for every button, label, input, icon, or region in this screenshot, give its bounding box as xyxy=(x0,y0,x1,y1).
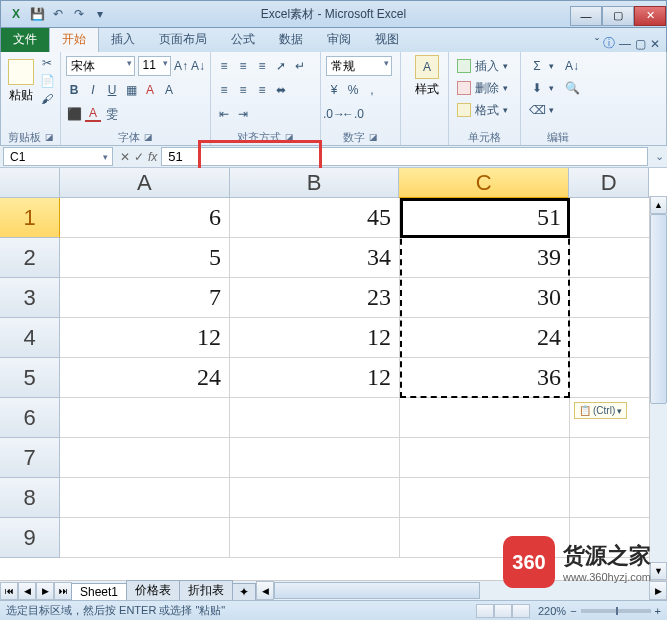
paste-options-button[interactable]: 📋 (Ctrl) ▾ xyxy=(574,402,627,419)
align-middle-icon[interactable]: ≡ xyxy=(235,58,251,74)
cell-styles-button[interactable]: A 样式 xyxy=(406,55,448,98)
align-center-icon[interactable]: ≡ xyxy=(235,82,251,98)
cut-icon[interactable]: ✂ xyxy=(39,55,55,71)
hscroll-thumb[interactable] xyxy=(274,582,480,599)
qat-menu-icon[interactable]: ▾ xyxy=(91,5,109,23)
cell-D4[interactable] xyxy=(570,318,650,358)
formula-input[interactable]: 51 xyxy=(161,147,648,166)
align-left-icon[interactable]: ≡ xyxy=(216,82,232,98)
cancel-formula-icon[interactable]: ✕ xyxy=(120,150,130,164)
cell-D3[interactable] xyxy=(570,278,650,318)
cell-C6[interactable] xyxy=(400,398,570,438)
zoom-in-button[interactable]: + xyxy=(655,605,661,617)
cell-C2[interactable]: 39 xyxy=(400,238,570,278)
mdi-close-icon[interactable]: ✕ xyxy=(650,37,660,51)
delete-cells-button[interactable]: 删除▾ xyxy=(454,77,515,99)
next-sheet-button[interactable]: ▶ xyxy=(36,582,54,600)
decrease-indent-icon[interactable]: ⇤ xyxy=(216,106,232,122)
cell-A5[interactable]: 24 xyxy=(60,358,230,398)
expand-formula-icon[interactable]: ⌄ xyxy=(651,146,667,167)
fill-button[interactable]: ⬇▾🔍 xyxy=(526,77,590,99)
select-all-corner[interactable] xyxy=(0,168,60,198)
increase-decimal-icon[interactable]: .0→ xyxy=(326,106,342,122)
clipboard-dialog-icon[interactable]: ◪ xyxy=(45,132,54,142)
row-header-7[interactable]: 7 xyxy=(0,438,60,478)
first-sheet-button[interactable]: ⏮ xyxy=(0,582,18,600)
maximize-button[interactable]: ▢ xyxy=(602,6,634,26)
vscroll-thumb[interactable] xyxy=(650,214,667,404)
cell-C8[interactable] xyxy=(400,478,570,518)
cell-A8[interactable] xyxy=(60,478,230,518)
phonetic-icon[interactable]: 雯 xyxy=(104,106,120,122)
help-icon[interactable]: ⓘ xyxy=(603,35,615,52)
row-header-9[interactable]: 9 xyxy=(0,518,60,558)
cell-C3[interactable]: 30 xyxy=(400,278,570,318)
number-format-combo[interactable]: 常规 xyxy=(326,56,392,76)
tab-page-layout[interactable]: 页面布局 xyxy=(147,27,219,52)
cell-C1[interactable]: 51 xyxy=(400,198,570,238)
percent-icon[interactable]: % xyxy=(345,82,361,98)
align-bottom-icon[interactable]: ≡ xyxy=(254,58,270,74)
scroll-left-button[interactable]: ◀ xyxy=(256,581,274,600)
align-right-icon[interactable]: ≡ xyxy=(254,82,270,98)
cell-C4[interactable]: 24 xyxy=(400,318,570,358)
undo-icon[interactable]: ↶ xyxy=(49,5,67,23)
page-break-view-button[interactable] xyxy=(512,604,530,618)
file-tab[interactable]: 文件 xyxy=(1,27,49,52)
tab-view[interactable]: 视图 xyxy=(363,27,411,52)
align-top-icon[interactable]: ≡ xyxy=(216,58,232,74)
row-header-2[interactable]: 2 xyxy=(0,238,60,278)
row-header-5[interactable]: 5 xyxy=(0,358,60,398)
normal-view-button[interactable] xyxy=(476,604,494,618)
save-icon[interactable]: 💾 xyxy=(28,5,46,23)
cell-A7[interactable] xyxy=(60,438,230,478)
enter-formula-icon[interactable]: ✓ xyxy=(134,150,144,164)
fill-color-icon[interactable]: ⬛ xyxy=(66,106,82,122)
name-box[interactable]: C1 xyxy=(3,147,113,166)
autosum-button[interactable]: Σ▾A↓ xyxy=(526,55,590,77)
close-button[interactable]: ✕ xyxy=(634,6,666,26)
redo-icon[interactable]: ↷ xyxy=(70,5,88,23)
cell-A3[interactable]: 7 xyxy=(60,278,230,318)
font-shrink-icon[interactable]: A xyxy=(161,82,177,98)
bold-icon[interactable]: B xyxy=(66,82,82,98)
row-header-8[interactable]: 8 xyxy=(0,478,60,518)
format-painter-icon[interactable]: 🖌 xyxy=(39,91,55,107)
cell-D1[interactable] xyxy=(570,198,650,238)
font-grow-icon[interactable]: A xyxy=(142,82,158,98)
cell-B4[interactable]: 12 xyxy=(230,318,400,358)
cell-B5[interactable]: 12 xyxy=(230,358,400,398)
sheet-tab-2[interactable]: 价格表 xyxy=(126,580,180,600)
minimize-button[interactable]: — xyxy=(570,6,602,26)
tab-formulas[interactable]: 公式 xyxy=(219,27,267,52)
column-header-C[interactable]: C xyxy=(399,168,569,198)
tab-insert[interactable]: 插入 xyxy=(99,27,147,52)
cell-A9[interactable] xyxy=(60,518,230,558)
scroll-right-button[interactable]: ▶ xyxy=(649,581,667,600)
copy-icon[interactable]: 📄 xyxy=(39,73,55,89)
cell-A1[interactable]: 6 xyxy=(60,198,230,238)
tab-data[interactable]: 数据 xyxy=(267,27,315,52)
tab-review[interactable]: 审阅 xyxy=(315,27,363,52)
italic-icon[interactable]: I xyxy=(85,82,101,98)
sheet-tab-3[interactable]: 折扣表 xyxy=(179,580,233,600)
currency-icon[interactable]: ¥ xyxy=(326,82,342,98)
mdi-minimize-icon[interactable]: — xyxy=(619,37,631,51)
column-header-A[interactable]: A xyxy=(60,168,230,198)
cell-A6[interactable] xyxy=(60,398,230,438)
cell-D7[interactable] xyxy=(570,438,650,478)
excel-icon[interactable]: X xyxy=(7,5,25,23)
wrap-text-icon[interactable]: ↵ xyxy=(292,58,308,74)
column-header-D[interactable]: D xyxy=(569,168,649,198)
cell-C5[interactable]: 36 xyxy=(400,358,570,398)
row-header-4[interactable]: 4 xyxy=(0,318,60,358)
row-header-3[interactable]: 3 xyxy=(0,278,60,318)
cell-B7[interactable] xyxy=(230,438,400,478)
vertical-scrollbar[interactable]: ▲ ▼ xyxy=(649,196,667,580)
new-sheet-button[interactable]: ✦ xyxy=(232,583,256,600)
column-header-B[interactable]: B xyxy=(230,168,400,198)
number-dialog-icon[interactable]: ◪ xyxy=(369,132,378,142)
zoom-out-button[interactable]: − xyxy=(570,605,576,617)
cell-B3[interactable]: 23 xyxy=(230,278,400,318)
cell-B8[interactable] xyxy=(230,478,400,518)
